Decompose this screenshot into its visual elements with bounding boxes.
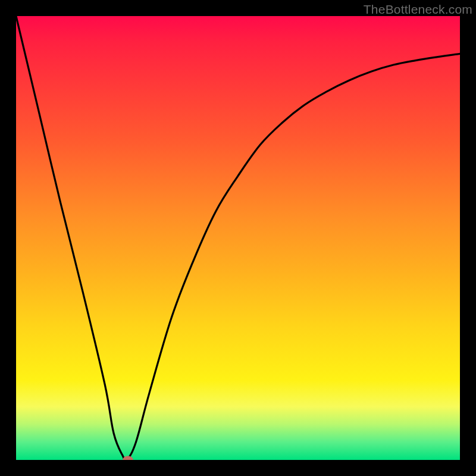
bottleneck-curve-path	[16, 16, 460, 460]
bottleneck-curve-svg	[16, 16, 460, 460]
curve-minimum-marker	[123, 456, 133, 460]
attribution-text: TheBottleneck.com	[364, 2, 472, 17]
chart-frame: TheBottleneck.com	[0, 0, 476, 476]
chart-plot-area	[16, 16, 460, 460]
